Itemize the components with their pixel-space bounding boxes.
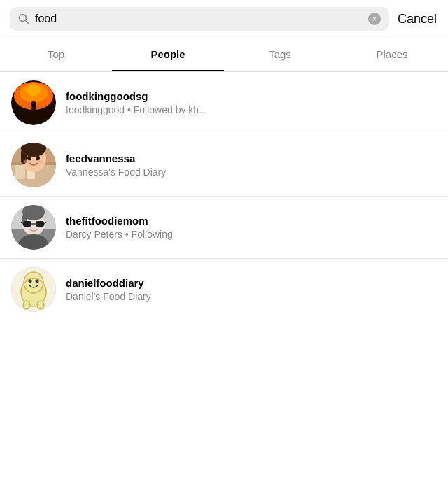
svg-point-6 bbox=[27, 85, 41, 96]
list-item[interactable]: thefitfoodiemom Darcy Peters • Following bbox=[0, 197, 448, 259]
search-input[interactable] bbox=[35, 13, 363, 25]
svg-point-20 bbox=[24, 160, 29, 164]
result-username: danielfooddiary bbox=[66, 277, 437, 289]
tab-tags[interactable]: Tags bbox=[224, 38, 336, 71]
result-info: thefitfoodiemom Darcy Peters • Following bbox=[66, 215, 437, 240]
result-info: feedvannessa Vannessa's Food Diary bbox=[66, 152, 437, 178]
results-list: foodkinggoodsg foodkinggood • Followed b… bbox=[0, 72, 448, 320]
result-subtitle: Darcy Peters • Following bbox=[66, 229, 437, 240]
result-subtitle: Daniel's Food Diary bbox=[66, 291, 437, 302]
svg-point-42 bbox=[36, 280, 39, 283]
result-username: foodkinggoodsg bbox=[66, 90, 437, 102]
result-username: thefitfoodiemom bbox=[66, 215, 437, 227]
svg-point-18 bbox=[27, 156, 31, 161]
tab-people[interactable]: People bbox=[112, 38, 224, 71]
tab-top[interactable]: Top bbox=[0, 38, 112, 71]
search-icon bbox=[18, 13, 29, 24]
search-input-wrapper: × bbox=[10, 7, 389, 31]
svg-point-47 bbox=[31, 279, 32, 280]
cancel-button[interactable]: Cancel bbox=[396, 12, 438, 27]
tab-places[interactable]: Places bbox=[336, 38, 448, 71]
svg-point-21 bbox=[38, 160, 43, 164]
list-item[interactable]: foodkinggoodsg foodkinggood • Followed b… bbox=[0, 72, 448, 134]
svg-rect-29 bbox=[23, 221, 31, 227]
result-subtitle: Vannessa's Food Diary bbox=[66, 166, 437, 178]
search-bar: × Cancel bbox=[0, 0, 448, 38]
result-info: danielfooddiary Daniel's Food Diary bbox=[66, 277, 437, 302]
list-item[interactable]: feedvannessa Vannessa's Food Diary bbox=[0, 134, 448, 197]
list-item[interactable]: danielfooddiary Daniel's Food Diary bbox=[0, 259, 448, 320]
avatar bbox=[11, 143, 56, 187]
tabs-bar: Top People Tags Places bbox=[0, 38, 448, 72]
result-username: feedvannessa bbox=[66, 152, 437, 164]
svg-point-19 bbox=[36, 156, 40, 161]
svg-rect-13 bbox=[15, 165, 25, 179]
result-info: foodkinggoodsg foodkinggood • Followed b… bbox=[66, 90, 437, 115]
result-subtitle: foodkinggood • Followed by kh... bbox=[66, 104, 437, 115]
svg-rect-7 bbox=[31, 101, 36, 114]
avatar bbox=[11, 267, 56, 312]
avatar bbox=[11, 205, 56, 250]
svg-line-1 bbox=[26, 21, 29, 24]
svg-rect-30 bbox=[36, 221, 44, 227]
clear-search-button[interactable]: × bbox=[368, 13, 381, 25]
svg-rect-8 bbox=[31, 104, 36, 106]
avatar bbox=[11, 80, 56, 125]
